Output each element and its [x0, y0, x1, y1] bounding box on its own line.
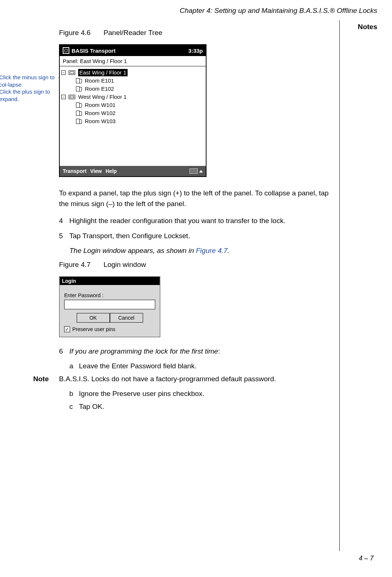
notes-heading: Notes [358, 23, 377, 31]
tree-room-w102-label: Room W102 [85, 110, 115, 117]
tree-room-e102[interactable]: Room E102 [61, 85, 204, 93]
password-input[interactable] [64, 300, 155, 309]
step-6-b-letter: b [69, 389, 79, 399]
step-4: 4 Highlight the reader configuration tha… [59, 216, 332, 226]
tree-panel-west[interactable]: − West Wing / Floor 1 [61, 93, 204, 101]
tree-room-e101-label: Room E101 [85, 77, 114, 84]
step-6-number: 6 [59, 346, 69, 357]
reader-icon [76, 119, 82, 124]
panel-path-label: Panel: East Wing / Floor 1 [60, 56, 206, 66]
panel-icon [69, 95, 75, 99]
tree-panel-east-label: East Wing / Floor 1 [78, 69, 128, 76]
reader-icon [76, 111, 82, 116]
note-text: B.A.S.I.S. Locks do not have a factory-p… [59, 374, 276, 385]
callout-text: Click the minus sign to col-lapse. Click… [0, 74, 58, 102]
ok-button[interactable]: OK [77, 313, 110, 323]
step-6-c-letter: c [69, 402, 79, 412]
app-title: BASIS Transport [72, 48, 115, 54]
divider-line [339, 20, 340, 551]
step-5-result: The Login window appears, as shown in Fi… [59, 246, 332, 256]
login-window-screenshot: Login Enter Password : OK Cancel ✓ Prese… [59, 276, 160, 337]
login-titlebar: Login [60, 277, 160, 285]
step-4-number: 4 [59, 216, 69, 226]
note-label: Note [33, 374, 59, 385]
menu-view[interactable]: View [90, 168, 102, 174]
panel-reader-tree-screenshot: BASIS Transport 3:33p Panel: East Wing /… [59, 44, 207, 177]
step-6-a-letter: a [69, 361, 79, 372]
step-6-c-text: Tap OK. [79, 402, 104, 412]
step-5-result-post: . [228, 247, 229, 254]
page-number: 4 – 7 [359, 555, 374, 562]
reader-icon [76, 78, 82, 83]
step-5-number: 5 [59, 231, 69, 241]
tree-room-w101[interactable]: Room W101 [61, 101, 204, 109]
collapse-icon[interactable]: − [61, 95, 66, 99]
step-5-text: Tap Transport, then Configure Lockset. [69, 231, 332, 241]
step-6-b: b Ignore the Preserve user pins checkbox… [59, 389, 332, 399]
tree-room-w103-label: Room W103 [85, 118, 115, 125]
figure-4-6-label: Figure 4.6 [59, 29, 91, 37]
step-6-colon: : [218, 347, 220, 355]
up-arrow-icon[interactable] [199, 170, 203, 173]
keyboard-icon[interactable] [190, 168, 198, 174]
reader-icon [76, 102, 82, 108]
figure-4-7-link[interactable]: Figure 4.7 [196, 247, 228, 254]
menu-transport[interactable]: Transport [63, 168, 87, 174]
reader-icon [76, 86, 82, 91]
step-6-b-text: Ignore the Preserve user pins checkbox. [79, 389, 204, 399]
step-6-a: a Leave the Enter Password field blank. [59, 361, 332, 372]
app-icon [63, 47, 69, 54]
step-5: 5 Tap Transport, then Configure Lockset. [59, 231, 332, 241]
tree-room-e102-label: Room E102 [85, 85, 114, 93]
step-6-a-text: Leave the Enter Password field blank. [79, 361, 197, 372]
expand-collapse-instructions: To expand a panel, tap the plus sign (+)… [59, 188, 332, 209]
figure-4-7-caption: Figure 4.7 Login window [59, 261, 332, 269]
step-5-result-pre: The Login window appears, as shown in [69, 247, 196, 254]
app-titlebar: BASIS Transport 3:33p [60, 45, 206, 56]
tree-room-e101[interactable]: Room E101 [61, 77, 204, 85]
figure-4-6-title: Panel/Reader Tree [104, 29, 163, 37]
step-6: 6 If you are programming the lock for th… [59, 346, 332, 357]
tree-room-w101-label: Room W101 [85, 101, 115, 109]
cancel-button[interactable]: Cancel [110, 313, 143, 323]
preserve-pins-checkbox[interactable]: ✓ [64, 326, 70, 332]
tree-room-w103[interactable]: Room W103 [61, 117, 204, 125]
step-6-text-italic: If you are programming the lock for the … [69, 347, 218, 355]
collapse-icon[interactable]: − [61, 70, 66, 75]
panel-icon [69, 70, 75, 75]
password-label: Enter Password : [64, 292, 155, 298]
tree-panel-west-label: West Wing / Floor 1 [78, 93, 126, 101]
preserve-pins-label: Preserve user pins [72, 326, 115, 332]
step-6-c: c Tap OK. [59, 402, 332, 412]
clock: 3:33p [188, 48, 203, 54]
tree-room-w102[interactable]: Room W102 [61, 109, 204, 117]
figure-4-7-title: Login window [104, 261, 146, 268]
step-4-text: Highlight the reader configuration that … [69, 216, 332, 226]
tree-panel-east[interactable]: − East Wing / Floor 1 [61, 69, 204, 77]
figure-4-7-label: Figure 4.7 [59, 261, 91, 268]
menu-help[interactable]: Help [105, 168, 117, 174]
figure-4-6-caption: Figure 4.6 Panel/Reader Tree [59, 29, 332, 37]
note-block: Note B.A.S.I.S. Locks do not have a fact… [33, 374, 332, 385]
tree-view[interactable]: − East Wing / Floor 1 Room E101 Room E10… [60, 66, 206, 166]
chapter-header: Chapter 4: Setting up and Maintaining B.… [180, 7, 377, 15]
menu-bar: Transport View Help [60, 166, 206, 176]
